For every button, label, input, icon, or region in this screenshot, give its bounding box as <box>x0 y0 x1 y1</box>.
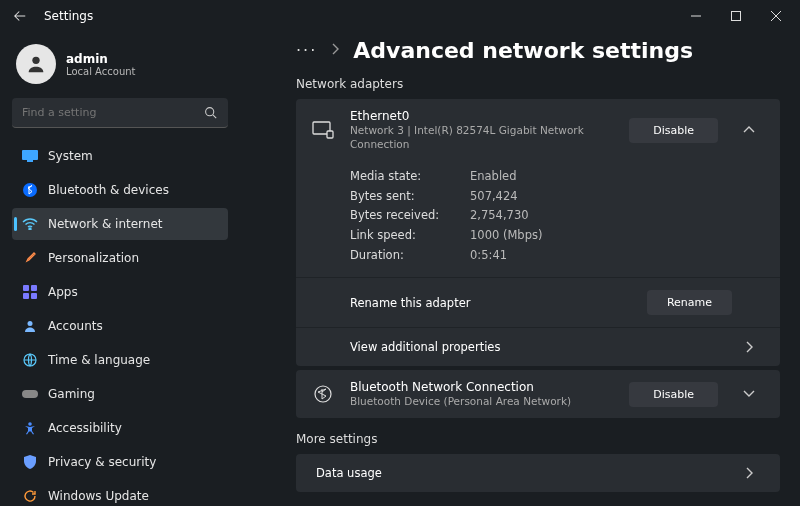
adapter-subtitle: Bluetooth Device (Personal Area Network) <box>350 394 615 408</box>
stat-key: Bytes sent: <box>350 187 470 207</box>
stat-key: Media state: <box>350 167 470 187</box>
minimize-button[interactable] <box>676 0 716 32</box>
sidebar-item-label: Network & internet <box>48 217 163 231</box>
sidebar-item-update[interactable]: Windows Update <box>12 480 228 506</box>
rename-adapter-row: Rename this adapter Rename <box>296 277 780 327</box>
svg-rect-10 <box>31 293 37 299</box>
sidebar-item-label: Bluetooth & devices <box>48 183 169 197</box>
user-name: admin <box>66 52 135 66</box>
breadcrumb: ··· Advanced network settings <box>296 38 780 63</box>
svg-point-14 <box>28 422 32 426</box>
svg-rect-0 <box>732 12 741 21</box>
svg-point-6 <box>29 228 31 230</box>
sidebar-item-label: Apps <box>48 285 78 299</box>
bluetooth-icon <box>22 182 38 198</box>
sidebar-item-time[interactable]: Time & language <box>12 344 228 376</box>
svg-rect-3 <box>22 150 38 160</box>
stat-value: 2,754,730 <box>470 206 529 226</box>
sidebar-item-bluetooth[interactable]: Bluetooth & devices <box>12 174 228 206</box>
adapter-subtitle: Network 3 | Intel(R) 82574L Gigabit Netw… <box>350 123 615 151</box>
svg-rect-8 <box>31 285 37 291</box>
sidebar-item-apps[interactable]: Apps <box>12 276 228 308</box>
ethernet-icon <box>310 121 336 139</box>
stat-value: 507,424 <box>470 187 518 207</box>
adapter-name: Bluetooth Network Connection <box>350 380 615 394</box>
collapse-button[interactable] <box>732 126 766 134</box>
chevron-right-icon <box>732 341 766 353</box>
window-title: Settings <box>44 9 93 23</box>
chevron-right-icon <box>732 467 766 479</box>
stat-value: 1000 (Mbps) <box>470 226 542 246</box>
additional-properties-label: View additional properties <box>350 340 732 354</box>
update-icon <box>22 488 38 504</box>
sidebar-item-personalization[interactable]: Personalization <box>12 242 228 274</box>
expand-button[interactable] <box>732 390 766 398</box>
svg-rect-9 <box>23 293 29 299</box>
sidebar-item-label: Privacy & security <box>48 455 156 469</box>
page-title: Advanced network settings <box>353 38 693 63</box>
search-icon <box>202 105 218 121</box>
close-button[interactable] <box>756 0 796 32</box>
gamepad-icon <box>22 386 38 402</box>
adapter-card-bluetooth: Bluetooth Network Connection Bluetooth D… <box>296 370 780 418</box>
stat-key: Duration: <box>350 246 470 266</box>
section-title-more: More settings <box>296 432 780 446</box>
disable-button[interactable]: Disable <box>629 382 718 407</box>
svg-point-2 <box>205 108 213 116</box>
sidebar-item-label: Gaming <box>48 387 95 401</box>
disable-button[interactable]: Disable <box>629 118 718 143</box>
bluetooth-adapter-icon <box>310 384 336 404</box>
rename-label: Rename this adapter <box>350 296 647 310</box>
sidebar-item-label: System <box>48 149 93 163</box>
stat-value: 0:5:41 <box>470 246 507 266</box>
search-input-container[interactable] <box>12 98 228 128</box>
section-title-adapters: Network adapters <box>296 77 780 91</box>
breadcrumb-overflow[interactable]: ··· <box>296 41 317 60</box>
sidebar-item-label: Accounts <box>48 319 103 333</box>
search-input[interactable] <box>22 106 202 119</box>
svg-point-1 <box>32 57 39 64</box>
apps-icon <box>22 284 38 300</box>
stat-key: Bytes received: <box>350 206 470 226</box>
sidebar-item-system[interactable]: System <box>12 140 228 172</box>
sidebar-item-label: Personalization <box>48 251 139 265</box>
adapter-card-ethernet: Ethernet0 Network 3 | Intel(R) 82574L Gi… <box>296 99 780 366</box>
monitor-icon <box>22 148 38 164</box>
sidebar-item-label: Windows Update <box>48 489 149 503</box>
back-button[interactable] <box>4 0 36 32</box>
additional-properties-row[interactable]: View additional properties <box>296 327 780 366</box>
stat-value: Enabled <box>470 167 516 187</box>
maximize-button[interactable] <box>716 0 756 32</box>
person-icon <box>22 318 38 334</box>
accessibility-icon <box>22 420 38 436</box>
svg-rect-7 <box>23 285 29 291</box>
svg-point-11 <box>28 321 33 326</box>
wifi-icon <box>22 216 38 232</box>
data-usage-row[interactable]: Data usage <box>296 454 780 492</box>
adapter-name: Ethernet0 <box>350 109 615 123</box>
chevron-right-icon <box>331 43 339 58</box>
globe-icon <box>22 352 38 368</box>
sidebar-item-accessibility[interactable]: Accessibility <box>12 412 228 444</box>
svg-rect-13 <box>22 390 38 398</box>
avatar[interactable] <box>16 44 56 84</box>
sidebar-item-label: Accessibility <box>48 421 122 435</box>
shield-icon <box>22 454 38 470</box>
sidebar-item-label: Time & language <box>48 353 150 367</box>
data-usage-label: Data usage <box>316 466 732 480</box>
stat-key: Link speed: <box>350 226 470 246</box>
sidebar-item-gaming[interactable]: Gaming <box>12 378 228 410</box>
svg-rect-16 <box>327 131 333 138</box>
rename-button[interactable]: Rename <box>647 290 732 315</box>
user-subtitle: Local Account <box>66 66 135 77</box>
svg-rect-4 <box>27 160 33 162</box>
sidebar-item-accounts[interactable]: Accounts <box>12 310 228 342</box>
sidebar-item-privacy[interactable]: Privacy & security <box>12 446 228 478</box>
brush-icon <box>22 250 38 266</box>
sidebar-item-network[interactable]: Network & internet <box>12 208 228 240</box>
